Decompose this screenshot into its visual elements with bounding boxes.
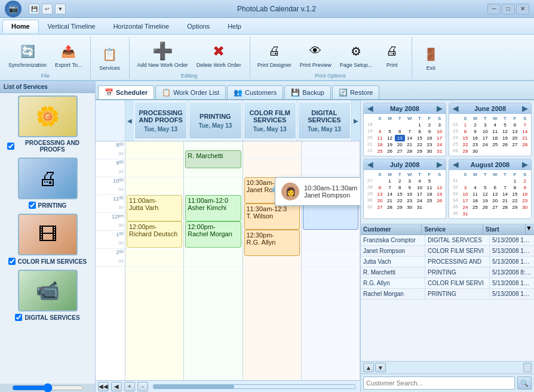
digital-checkbox[interactable] — [15, 314, 22, 321]
may-d-3[interactable]: 3 — [434, 122, 444, 128]
july-d-22[interactable]: 22 — [395, 197, 405, 204]
june-d-23[interactable]: 23 — [470, 141, 480, 148]
customer-search-input[interactable] — [363, 376, 515, 390]
exit-button[interactable]: 🚪 Exit — [416, 42, 446, 74]
july-d-18[interactable]: 18 — [425, 191, 435, 197]
services-button[interactable]: 📋 Services — [94, 42, 124, 74]
july-blank2[interactable] — [425, 204, 435, 211]
july-d-21[interactable]: 21 — [385, 197, 395, 204]
june-blank1[interactable] — [480, 148, 490, 155]
may-d-2[interactable]: 2 — [425, 122, 435, 128]
july-d-25[interactable]: 25 — [425, 197, 435, 204]
may-d-9[interactable]: 9 — [425, 128, 435, 135]
may-prev-btn[interactable]: ◀ — [366, 104, 374, 113]
june-d-4[interactable]: 4 — [490, 122, 501, 128]
june-d-9[interactable]: 9 — [470, 128, 480, 135]
print-designer-button[interactable]: 🖨 Print Designer — [254, 39, 295, 71]
july-next-btn[interactable]: ▶ — [435, 160, 443, 169]
june-d-26[interactable]: 26 — [500, 141, 510, 148]
july-d-10[interactable]: 10 — [415, 184, 425, 191]
july-d-15[interactable]: 15 — [395, 191, 405, 197]
june-prev-btn[interactable]: ◀ — [452, 104, 459, 113]
june-d-19[interactable]: 19 — [500, 135, 510, 141]
june-d-20[interactable]: 20 — [510, 135, 520, 141]
may-d-10[interactable]: 10 — [434, 128, 444, 135]
aug-next-btn[interactable]: ▶ — [521, 160, 529, 169]
nav-remove[interactable]: - — [137, 382, 148, 391]
may-d-15[interactable]: 15 — [415, 135, 425, 141]
july-d-11[interactable]: 11 — [425, 184, 435, 191]
aug-d-27[interactable]: 27 — [490, 204, 501, 211]
nav-add[interactable]: + — [124, 382, 135, 391]
july-d-20[interactable]: 20 — [375, 197, 385, 204]
aug-d-6[interactable]: 6 — [490, 184, 501, 191]
june-d-6[interactable]: 6 — [510, 122, 520, 128]
july-d-13[interactable]: 13 — [375, 191, 385, 197]
june-d-18[interactable]: 18 — [490, 135, 501, 141]
printing-checkbox[interactable] — [29, 202, 36, 209]
june-d-29[interactable]: 29 — [461, 148, 471, 155]
appt-scroll-up[interactable]: ▲ — [363, 363, 374, 372]
aug-d-23[interactable]: 23 — [520, 197, 530, 204]
may-d-blank2[interactable] — [385, 122, 395, 128]
may-d-8[interactable]: 8 — [415, 128, 425, 135]
aug-d-29[interactable]: 29 — [510, 204, 520, 211]
event-rachel[interactable]: 12:00pm-Rachel Morgan — [185, 221, 241, 248]
colorfilm-checkbox[interactable] — [8, 258, 16, 265]
may-d-21[interactable]: 21 — [405, 141, 415, 148]
july-d-19[interactable]: 19 — [434, 191, 444, 197]
july-d-12[interactable]: 12 — [434, 184, 444, 191]
quick-icon-1[interactable]: 💾 — [29, 4, 39, 14]
aug-blank10[interactable] — [510, 211, 520, 217]
quick-icon-2[interactable]: ↩ — [42, 4, 53, 14]
july-blank3[interactable] — [434, 204, 444, 211]
aug-d-21[interactable]: 21 — [500, 197, 510, 204]
aug-blank8[interactable] — [490, 211, 501, 217]
july-d-28[interactable]: 28 — [385, 204, 395, 211]
may-d-11[interactable]: 11 — [375, 135, 385, 141]
june-d-13[interactable]: 13 — [510, 128, 520, 135]
aug-blank1[interactable] — [461, 178, 471, 184]
july-d-17[interactable]: 17 — [415, 191, 425, 197]
aug-d-3[interactable]: 3 — [461, 184, 471, 191]
july-d-16[interactable]: 16 — [405, 191, 415, 197]
june-d-24[interactable]: 24 — [480, 141, 490, 148]
july-d-6[interactable]: 6 — [375, 184, 385, 191]
aug-blank6[interactable] — [470, 211, 480, 217]
appt-scroll-down[interactable]: ▼ — [375, 363, 386, 372]
aug-blank7[interactable] — [480, 211, 490, 217]
export-button[interactable]: 📤 Export To... — [51, 39, 85, 71]
may-next-btn[interactable]: ▶ — [435, 104, 443, 113]
tab-backup[interactable]: 💾 Backup — [284, 85, 331, 99]
aug-d-1[interactable]: 1 — [510, 178, 520, 184]
appt-sort-icon[interactable]: ▼ — [526, 224, 534, 234]
may-d-blank1[interactable] — [375, 122, 385, 128]
aug-d-17[interactable]: 17 — [461, 197, 471, 204]
june-d-17[interactable]: 17 — [480, 135, 490, 141]
july-d-24[interactable]: 24 — [415, 197, 425, 204]
july-d-26[interactable]: 26 — [434, 197, 444, 204]
may-d-12[interactable]: 12 — [385, 135, 395, 141]
july-d-23[interactable]: 23 — [405, 197, 415, 204]
july-d-4[interactable]: 4 — [415, 178, 425, 184]
aug-d-8[interactable]: 8 — [510, 184, 520, 191]
aug-d-10[interactable]: 10 — [461, 191, 471, 197]
close-button[interactable]: ✕ — [516, 4, 529, 14]
july-d-14[interactable]: 14 — [385, 191, 395, 197]
june-d-2[interactable]: 2 — [470, 122, 480, 128]
quick-icon-3[interactable]: ▼ — [55, 4, 66, 14]
aug-d-9[interactable]: 9 — [520, 184, 530, 191]
tab-work-order-list[interactable]: 📋 Work Order List — [155, 85, 226, 99]
aug-blank3[interactable] — [480, 178, 490, 184]
menu-options[interactable]: Options — [178, 20, 219, 33]
aug-d-22[interactable]: 22 — [510, 197, 520, 204]
aug-d-30[interactable]: 30 — [520, 204, 530, 211]
aug-prev-btn[interactable]: ◀ — [452, 160, 459, 169]
tab-customers[interactable]: 👥 Customers — [227, 85, 283, 99]
june-blank3[interactable] — [500, 148, 510, 155]
july-d-29[interactable]: 29 — [395, 204, 405, 211]
may-d-16[interactable]: 16 — [425, 135, 435, 141]
aug-blank9[interactable] — [500, 211, 510, 217]
june-d-21[interactable]: 21 — [520, 135, 530, 141]
july-d-1[interactable]: 1 — [385, 178, 395, 184]
